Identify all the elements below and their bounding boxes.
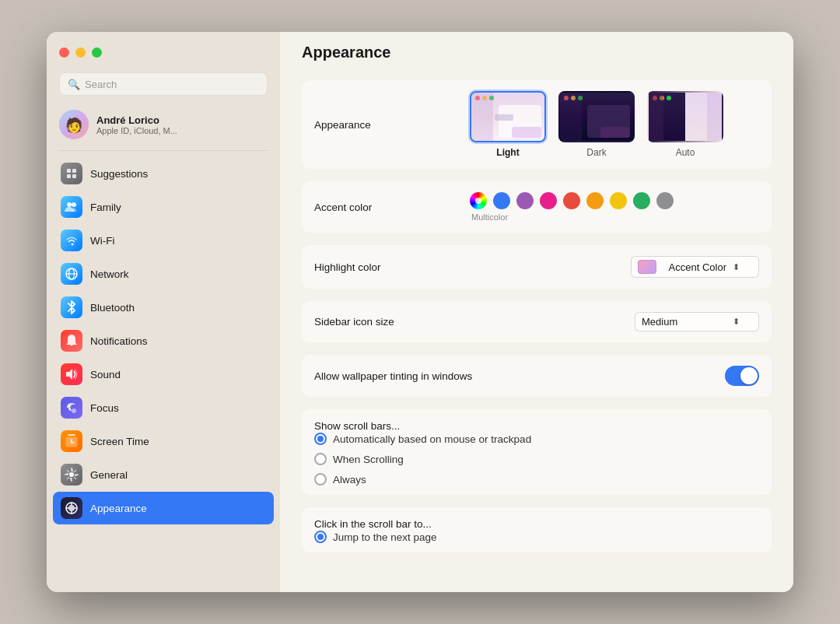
scroll-auto-label: Automatically based on mouse or trackpad — [333, 433, 531, 445]
sidebar-item-label: Network — [90, 268, 129, 280]
accent-dot-graphite[interactable] — [656, 192, 674, 209]
radio-always — [314, 473, 327, 486]
network-icon — [61, 263, 82, 285]
scroll-option-auto[interactable]: Automatically based on mouse or trackpad — [314, 433, 759, 445]
sidebar-item-wifi[interactable]: Wi-Fi — [53, 224, 274, 257]
accent-dot-blue[interactable] — [493, 192, 510, 209]
appearance-option-auto[interactable]: Auto — [647, 91, 723, 158]
toggle-knob — [740, 367, 758, 384]
user-subtitle: Apple ID, iCloud, M... — [96, 126, 177, 135]
appearance-control: Light — [470, 91, 759, 158]
sidebar-divider — [59, 150, 268, 151]
sidebar-item-screentime[interactable]: Screen Time — [53, 425, 274, 457]
sidebar-scroll: 🧑 André Lorico Apple ID, iCloud, M... — [47, 105, 280, 592]
accent-dot-purple[interactable] — [516, 192, 534, 209]
suggestions-icon — [61, 163, 82, 184]
sidebar-item-label: Sound — [90, 369, 121, 380]
svg-point-13 — [69, 472, 74, 477]
search-bar[interactable]: 🔍 Search — [59, 72, 268, 96]
appearance-auto-label: Auto — [676, 147, 695, 158]
sidebar-item-bluetooth[interactable]: Bluetooth — [53, 291, 274, 324]
scroll-scrolling-label: When Scrolling — [333, 454, 404, 465]
scroll-option-always[interactable]: Always — [314, 473, 759, 486]
sidebar-icon-size-value: Medium — [642, 316, 677, 328]
sidebar-icon-size-row: Sidebar icon size Medium ⬍ — [314, 301, 759, 342]
appearance-label: Appearance — [314, 119, 470, 131]
general-icon — [61, 464, 82, 486]
highlight-color-dropdown[interactable]: Accent Color ⬍ — [631, 256, 759, 278]
sidebar-item-suggestions[interactable]: Suggestions — [53, 157, 274, 190]
accent-dot-orange[interactable] — [586, 192, 604, 209]
accent-dot-multicolor[interactable] — [470, 192, 487, 209]
wifi-icon — [61, 230, 82, 251]
highlight-color-value: Accent Color — [669, 261, 726, 273]
family-icon — [61, 196, 82, 218]
appearance-thumb-light — [470, 91, 546, 142]
accent-color-label: Accent color — [314, 202, 470, 213]
highlight-swatch — [638, 260, 656, 274]
accent-color-row: Accent color — [314, 181, 759, 233]
appearance-light-label: Light — [496, 147, 519, 158]
wallpaper-tinting-toggle[interactable] — [725, 366, 759, 386]
highlight-color-row: Highlight color Accent Color ⬍ — [314, 245, 759, 289]
sidebar-item-notifications[interactable]: Notifications — [53, 324, 274, 357]
sidebar-item-label: Notifications — [90, 335, 148, 347]
main-content: Appearance Appearance — [280, 32, 793, 592]
sidebar-item-general[interactable]: General — [53, 458, 274, 491]
sidebar-item-label: Appearance — [90, 503, 147, 514]
click-radio-group: Jump to the next page — [314, 531, 759, 543]
titlebar — [47, 32, 280, 72]
sidebar-item-label: Wi-Fi — [90, 235, 114, 247]
wallpaper-tinting-section: Allow wallpaper tinting in windows — [302, 355, 772, 397]
sidebar-item-label: Bluetooth — [90, 302, 135, 314]
focus-icon — [61, 397, 82, 419]
wallpaper-tinting-control — [472, 366, 759, 386]
bluetooth-icon — [61, 296, 82, 318]
user-profile-item[interactable]: 🧑 André Lorico Apple ID, iCloud, M... — [53, 105, 274, 144]
scroll-option-scrolling[interactable]: When Scrolling — [314, 453, 759, 465]
sidebar: 🔍 Search 🧑 — [47, 32, 280, 592]
appearance-dark-label: Dark — [586, 147, 606, 158]
svg-rect-4 — [67, 174, 71, 178]
search-input[interactable]: Search — [85, 79, 117, 90]
click-option-jump-page[interactable]: Jump to the next page — [314, 531, 759, 543]
search-icon: 🔍 — [68, 79, 80, 90]
content-area: Appearance — [280, 72, 793, 592]
accent-dot-pink[interactable] — [540, 192, 557, 209]
highlight-color-control: Accent Color ⬍ — [470, 256, 759, 278]
click-scroll-label-row: Click in the scroll bar to... Jump to th… — [314, 507, 759, 552]
appearance-thumb-dark — [558, 91, 635, 142]
zoom-button[interactable] — [92, 47, 102, 58]
radio-auto — [314, 433, 327, 445]
appearance-section: Appearance — [302, 80, 772, 169]
sidebar-item-appearance[interactable]: Appearance — [53, 492, 274, 524]
sidebar-icon-size-label: Sidebar icon size — [314, 316, 470, 328]
appearance-options: Light — [470, 91, 723, 158]
sidebar-item-sound[interactable]: Sound — [53, 358, 274, 391]
scroll-radio-group: Automatically based on mouse or trackpad… — [314, 433, 759, 486]
highlight-chevron-icon: ⬍ — [733, 262, 740, 272]
appearance-option-light[interactable]: Light — [470, 91, 546, 158]
accent-dot-green[interactable] — [633, 192, 650, 209]
sidebar-icon-size-dropdown[interactable]: Medium ⬍ — [635, 312, 759, 331]
appearance-icon — [61, 497, 82, 519]
appearance-option-dark[interactable]: Dark — [558, 91, 635, 158]
avatar: 🧑 — [59, 110, 89, 139]
minimize-button[interactable] — [75, 47, 86, 58]
scroll-bars-section: Show scroll bars... Automatically based … — [302, 409, 772, 495]
accent-dot-yellow[interactable] — [610, 192, 627, 209]
close-button[interactable] — [59, 47, 69, 58]
sidebar-item-focus[interactable]: Focus — [53, 391, 274, 424]
sidebar-icon-size-control: Medium ⬍ — [470, 312, 759, 331]
appearance-thumb-auto — [647, 91, 723, 142]
user-info: André Lorico Apple ID, iCloud, M... — [96, 114, 177, 135]
highlight-section: Highlight color Accent Color ⬍ — [302, 245, 772, 289]
sidebar-item-label: Suggestions — [90, 168, 148, 180]
svg-point-11 — [72, 408, 76, 413]
radio-jump-page — [314, 531, 327, 543]
sidebar-item-network[interactable]: Network — [53, 258, 274, 290]
sidebar-item-family[interactable]: Family — [53, 191, 274, 223]
accent-dot-red[interactable] — [563, 192, 580, 209]
sidebar-icon-chevron: ⬍ — [733, 317, 740, 327]
svg-point-7 — [72, 202, 76, 207]
